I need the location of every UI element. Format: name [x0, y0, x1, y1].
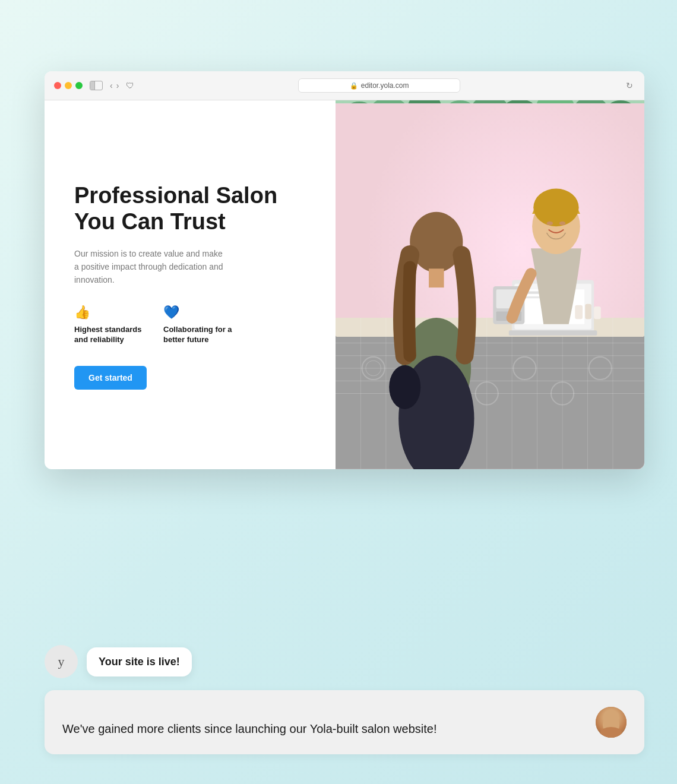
maximize-button[interactable]	[75, 82, 83, 89]
lock-icon: 🔒	[350, 82, 358, 90]
hero-title: Professional Salon You Can Trust	[74, 183, 306, 235]
forward-button[interactable]: ›	[116, 81, 119, 90]
browser-nav: ‹ ›	[110, 81, 119, 90]
thumbs-up-icon: 👍	[74, 305, 145, 320]
testimonial-text: We've gained more clients since launchin…	[62, 720, 584, 738]
notification-bubble: Your site is live!	[87, 647, 192, 676]
user-avatar-face	[596, 707, 627, 738]
testimonial-bubble: We've gained more clients since launchin…	[45, 690, 644, 754]
yola-initial: y	[58, 654, 65, 669]
close-button[interactable]	[54, 82, 61, 89]
hero-left: Professional Salon You Can Trust Our mis…	[45, 100, 336, 469]
feature-label-collaborating: Collaborating for a better future	[163, 325, 235, 345]
chat-notification: y Your site is live!	[45, 645, 644, 678]
hero-right	[336, 100, 644, 469]
heart-icon: 💙	[163, 305, 235, 320]
svg-point-63	[533, 189, 578, 227]
svg-point-64	[547, 222, 553, 225]
traffic-lights	[54, 82, 83, 89]
svg-rect-21	[336, 330, 644, 469]
svg-point-58	[389, 365, 420, 409]
browser-content: Professional Salon You Can Trust Our mis…	[45, 100, 644, 469]
salon-image	[336, 100, 644, 469]
features-row: 👍 Highest standards and reliability 💙 Co…	[74, 305, 306, 345]
yola-avatar: y	[45, 645, 78, 678]
minimize-button[interactable]	[65, 82, 72, 89]
back-button[interactable]: ‹	[110, 81, 113, 90]
feature-label-standards: Highest standards and reliability	[74, 325, 145, 345]
get-started-button[interactable]: Get started	[74, 366, 147, 390]
notification-text: Your site is live!	[99, 656, 180, 668]
feature-item-standards: 👍 Highest standards and reliability	[74, 305, 145, 345]
svg-rect-68	[594, 306, 601, 319]
address-bar[interactable]: 🔒 editor.yola.com	[298, 78, 461, 93]
svg-rect-66	[575, 305, 583, 319]
svg-rect-48	[509, 330, 597, 335]
svg-point-65	[559, 222, 566, 225]
svg-rect-61	[429, 268, 444, 287]
browser-window: ‹ › 🛡 🔒 editor.yola.com ↻ Professional S…	[45, 71, 644, 469]
svg-rect-67	[585, 304, 591, 319]
browser-toolbar: ‹ › 🛡 🔒 editor.yola.com ↻	[45, 71, 644, 100]
svg-rect-22	[336, 318, 644, 337]
feature-item-collaborating: 💙 Collaborating for a better future	[163, 305, 235, 345]
chat-section: y Your site is live! We've gained more c…	[45, 645, 644, 754]
shield-icon: 🛡	[126, 81, 134, 90]
hero-subtitle: Our mission is to create value and make …	[74, 247, 229, 287]
url-text: editor.yola.com	[361, 81, 409, 90]
user-avatar	[596, 707, 627, 738]
reload-button[interactable]: ↻	[624, 80, 635, 91]
sidebar-toggle-button[interactable]	[90, 81, 103, 90]
